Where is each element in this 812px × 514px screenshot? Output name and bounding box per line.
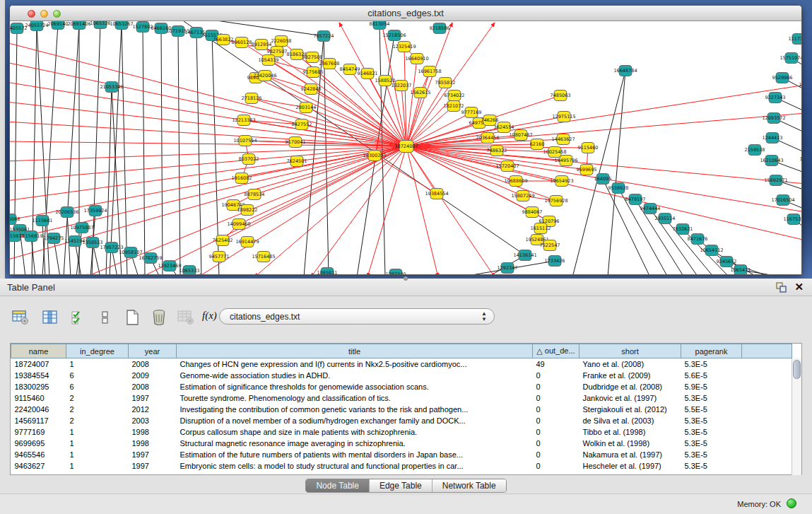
graph-node[interactable]: 1535068 [10,214,20,225]
table-cell[interactable]: Estimation of the future numbers of pati… [177,449,533,460]
table-row[interactable]: 911546021997Tourette syndrome. Phenomeno… [11,392,792,404]
graph-edge[interactable] [406,146,495,274]
graph-edge[interactable] [196,33,201,274]
table-cell[interactable]: Embryonic stem cells: a model to study s… [177,460,533,472]
table-cell[interactable]: 2008 [129,358,177,370]
graph-node[interactable]: 16648784 [613,66,637,76]
graph-node[interactable]: 9170041 [286,137,306,148]
table-cell[interactable]: 9463627 [11,460,66,472]
table-cell[interactable]: 9465546 [11,449,66,460]
graph-edge[interactable] [375,156,437,194]
table-cell[interactable]: 14569117 [11,415,66,426]
table-cell[interactable]: Jankovic et al. (1997) [579,392,681,404]
graph-edge[interactable] [161,28,163,274]
graph-node[interactable]: 2226058 [271,36,292,47]
graph-node[interactable]: 15751074 [779,53,801,64]
graph-node[interactable]: 3624554 [494,122,514,133]
graph-edge[interactable] [10,146,406,240]
table-cell[interactable]: Investigating the contribution of common… [177,404,533,415]
table-cell[interactable]: 0 [533,370,579,381]
table-cell[interactable]: 19384554 [11,370,66,381]
table-cell[interactable]: 1998 [129,426,177,438]
table-cell[interactable]: 1997 [129,449,177,460]
graph-node[interactable]: 8960128 [232,37,252,48]
graph-node[interactable]: 8037022 [239,154,259,165]
graph-node[interactable]: 1292340 [386,269,406,275]
graph-node[interactable]: 9115460 [578,143,599,153]
table-selector-dropdown[interactable]: citations_edges.txt ▲▼ [219,308,495,325]
table-cell[interactable]: 5.3E-5 [681,426,742,438]
graph-node[interactable]: 15716485 [252,252,275,262]
table-cell[interactable]: 5.9E-5 [681,381,742,392]
column-header-title[interactable]: title [177,344,533,358]
column-header-out_de[interactable]: △ out_de... [533,344,579,358]
tab-network-table[interactable]: Network Table [432,479,506,492]
table-cell[interactable]: Dudbridge et al. (2008) [579,381,681,392]
graph-node[interactable]: 7855812 [435,78,456,88]
table-cell[interactable]: 1 [66,438,129,449]
table-cell[interactable]: Estimation of significance thresholds fo… [177,381,533,392]
table-cell[interactable]: Tibbo et al. (1998) [579,426,681,438]
graph-node[interactable]: 15692971 [764,175,787,186]
tab-edge-table[interactable]: Edge Table [369,479,432,492]
graph-node[interactable]: 7624501 [287,156,307,167]
table-cell[interactable]: 5.3E-5 [681,438,742,449]
new-table-button[interactable] [122,308,143,327]
table-cell[interactable]: 0 [533,449,579,460]
table-row[interactable]: 946362711997Embryonic stem cells: a mode… [11,460,792,472]
graph-node[interactable]: 12923469 [158,261,181,271]
graph-node[interactable]: 9242848 [301,84,322,95]
table-row[interactable]: 1830029562008Estimation of significance … [11,381,792,392]
table-cell[interactable]: 22420046 [11,404,66,415]
graph-node[interactable]: 1095811 [317,268,338,275]
table-row[interactable]: 946554611997Estimation of the future num… [11,449,792,460]
graph-node[interactable]: 21053346 [100,82,123,93]
column-header-in_degree[interactable]: in_degree [66,344,129,358]
graph-node[interactable]: 2159538 [745,145,765,156]
graph-node[interactable]: 12325419 [392,42,416,52]
select-rows-button[interactable] [68,308,89,327]
graph-node[interactable]: 10688609 [504,176,527,187]
graph-node[interactable]: 9538928 [608,183,629,194]
table-settings-button[interactable] [10,308,31,327]
table-cell[interactable]: 0 [533,392,579,404]
table-cell[interactable]: 1997 [129,392,177,404]
graph-node[interactable]: 7857224 [314,31,334,42]
graph-node[interactable]: 10807487 [509,130,532,141]
graph-node[interactable]: 1117352 [789,34,801,45]
graph-node[interactable]: 10653267 [110,21,133,30]
table-cell[interactable]: 5.3E-5 [681,415,742,426]
table-cell[interactable]: 5.5E-5 [681,404,742,415]
table-row[interactable]: 977716911998Corpus callosum shape and si… [11,426,792,438]
table-cell[interactable]: 5.3E-5 [681,392,742,404]
table-scrollbar[interactable] [792,358,801,475]
table-row[interactable]: 969969511998Structural magnetic resonanc… [11,438,792,449]
graph-node[interactable]: 9218586 [430,23,450,34]
graph-edge[interactable] [406,146,437,194]
table-cell[interactable]: 2 [66,415,129,426]
table-cell[interactable]: 1 [66,449,129,460]
table-cell[interactable]: Nakamura et al. (1997) [579,449,681,460]
column-header-year[interactable]: year [129,344,177,358]
graph-node[interactable]: 1065326 [90,21,111,29]
table-cell[interactable]: 5.6E-5 [681,370,742,381]
graph-node[interactable]: 1115681 [33,216,53,226]
graph-edge[interactable] [143,27,145,274]
graph-node[interactable]: 9457771 [209,252,230,262]
memory-ok-icon[interactable] [787,498,796,508]
network-window-titlebar[interactable]: citations_edges.txt [10,6,801,21]
table-cell[interactable]: 1998 [129,438,177,449]
table-cell[interactable]: 2 [66,404,129,415]
graph-node[interactable]: 1794275 [44,233,64,244]
graph-node[interactable]: 9245652 [717,257,737,267]
table-cell[interactable]: Franke et al. (2009) [579,370,681,381]
graph-node[interactable]: 19384554 [425,189,448,199]
import-table-button[interactable] [175,308,196,327]
graph-node[interactable]: 24055724 [25,21,48,31]
table-cell[interactable]: 6 [66,370,129,381]
graph-node[interactable]: 15218506 [382,30,406,41]
graph-node[interactable]: 10654112 [700,245,723,256]
graph-edge[interactable] [367,146,406,274]
table-cell[interactable]: Tourette syndrome. Phenomenology and cla… [177,392,533,404]
splitter-handle[interactable] [404,276,408,281]
